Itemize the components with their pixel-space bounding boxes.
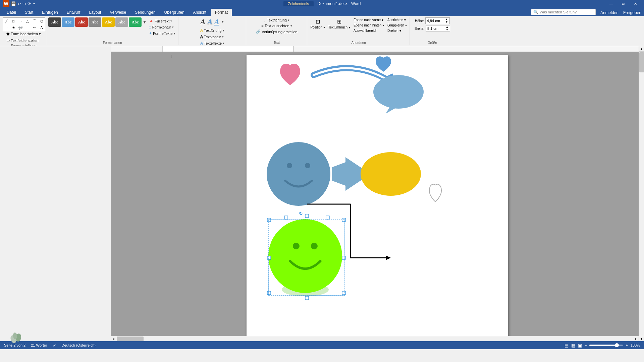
- sel-handle-tc[interactable]: [305, 214, 309, 218]
- share-button[interactable]: Freigeben: [623, 10, 641, 15]
- textfeld-erstellen-btn[interactable]: ▭ Textfeld erstellen: [5, 38, 42, 43]
- connector-arrowhead: [386, 255, 391, 260]
- tool-pen[interactable]: ✏: [31, 24, 38, 31]
- verknuepfung-btn[interactable]: 🔗 Verknüpfung erstellen: [255, 29, 299, 35]
- white-heart-shape[interactable]: [429, 184, 441, 202]
- green-smiley-circle[interactable]: [268, 219, 342, 293]
- quick-access-area: W 💾 ↩ ↪ ⟳ ▼: [3, 0, 36, 7]
- pink-heart-shape[interactable]: [280, 64, 300, 85]
- tab-sendungen[interactable]: Sendungen: [131, 9, 159, 16]
- tab-layout[interactable]: Layout: [85, 9, 105, 16]
- search-input[interactable]: [540, 10, 593, 14]
- tool-callout[interactable]: 💬: [17, 24, 24, 31]
- style-dark[interactable]: Abc: [48, 17, 61, 27]
- texteffekte-btn[interactable]: A Texteffekte ▾: [199, 40, 226, 46]
- wordart-a1[interactable]: A: [201, 17, 206, 26]
- yellow-oval-shape[interactable]: [361, 152, 421, 196]
- wordart-a2[interactable]: A: [207, 17, 212, 26]
- language[interactable]: Deutsch (Österreich): [62, 343, 96, 347]
- sel-handle-ml[interactable]: [267, 256, 271, 259]
- textkontur-btn[interactable]: A Textkontur ▾: [199, 34, 226, 40]
- scroll-up-btn[interactable]: ▲: [639, 46, 644, 52]
- tab-entwurf[interactable]: Entwurf: [63, 9, 85, 16]
- document-page[interactable]: ↻: [247, 55, 508, 340]
- group-text: ↕ Textrichtung ▾ ≡ Text ausrichten ▾ 🔗 V…: [247, 17, 307, 45]
- text-ausrichten-btn[interactable]: ≡ Text ausrichten ▾: [260, 23, 293, 28]
- zoom-in-btn[interactable]: +: [626, 343, 628, 347]
- tab-verweise[interactable]: Verweise: [106, 9, 130, 16]
- height-down[interactable]: ▼: [445, 21, 448, 23]
- drehen-btn[interactable]: Drehen ▾: [386, 28, 408, 33]
- spellcheck-icon[interactable]: ✓: [53, 343, 56, 348]
- style-red[interactable]: Abc: [75, 17, 88, 27]
- tab-format[interactable]: Format: [211, 9, 232, 16]
- minimize-button[interactable]: —: [605, 0, 617, 7]
- blue-heart-shape[interactable]: [376, 56, 391, 72]
- view-layout-icon[interactable]: ▦: [571, 343, 575, 348]
- style-green[interactable]: Abc: [129, 17, 142, 27]
- qat-redo[interactable]: ↪: [22, 1, 26, 6]
- qat-dropdown[interactable]: ▼: [33, 2, 36, 5]
- view-web-icon[interactable]: ▣: [578, 343, 582, 348]
- scroll-right-btn[interactable]: ►: [633, 336, 639, 342]
- ebene-vorne-btn[interactable]: Ebene nach vorne ▾: [352, 17, 385, 22]
- sel-handle-bl[interactable]: [267, 291, 271, 295]
- textfuellung-btn[interactable]: A Textfüllung ▾: [199, 27, 226, 34]
- wordart-expand[interactable]: ▼: [221, 20, 224, 23]
- textrichtung-icon: ↕: [264, 18, 266, 22]
- tool-star[interactable]: ★: [10, 24, 17, 31]
- formkontur-btn[interactable]: □ Formkontur ▾: [148, 24, 177, 30]
- wordart-a3[interactable]: A: [214, 17, 219, 26]
- qat-save[interactable]: 💾: [11, 1, 16, 6]
- zoom-out-btn[interactable]: −: [585, 343, 587, 347]
- zoom-slider[interactable]: [589, 345, 623, 346]
- tool-arrow[interactable]: →: [3, 24, 10, 31]
- tab-einfuegen[interactable]: Einfügen: [38, 9, 62, 16]
- rotate-handle-icon[interactable]: ↻: [299, 211, 303, 216]
- position-btn[interactable]: ⊡ Position ▾: [309, 17, 326, 30]
- tab-ansicht[interactable]: Ansicht: [189, 9, 210, 16]
- scroll-left-btn[interactable]: ◄: [111, 336, 116, 342]
- styles-expand[interactable]: ▼: [142, 17, 147, 27]
- scroll-thumb[interactable]: [639, 52, 644, 72]
- ausrichten-btn[interactable]: Ausrichten ▾: [386, 17, 408, 22]
- speech-bubble-shape[interactable]: [373, 75, 424, 109]
- scroll-hthumb[interactable]: [117, 337, 144, 341]
- elbow-connector[interactable]: [351, 204, 386, 258]
- restore-button[interactable]: ⧉: [617, 0, 629, 7]
- document-area[interactable]: ↻ ▲ ▼ ◄ ► ↓: [111, 46, 644, 341]
- auswahlbereich-btn[interactable]: Auswahlbereich: [352, 28, 385, 33]
- width-down[interactable]: ▼: [446, 28, 448, 31]
- blue-smiley-circle[interactable]: [267, 142, 330, 206]
- sel-handle-tl[interactable]: [267, 218, 271, 222]
- tool-text[interactable]: A: [38, 24, 45, 31]
- sel-handle-tr-m[interactable]: [326, 216, 329, 219]
- textumbruch-btn[interactable]: ⊞ Textumbruch ▾: [327, 17, 352, 30]
- main-area: ↻ ▲ ▼ ◄ ► ↓: [0, 46, 644, 341]
- textrichtung-btn[interactable]: ↕ Textrichtung ▾: [263, 17, 291, 23]
- sel-handle-bm[interactable]: [305, 296, 309, 300]
- tool-eq[interactable]: =: [24, 24, 31, 31]
- style-blue[interactable]: Abc: [62, 17, 74, 27]
- qat-refresh[interactable]: ⟳: [28, 1, 31, 6]
- fuelleffekt-btn[interactable]: 🔺 Fülleffekt ▾: [148, 18, 177, 24]
- scrollbar-bottom[interactable]: ◄ ►: [111, 336, 639, 341]
- close-button[interactable]: ✕: [629, 0, 641, 7]
- style-light[interactable]: Abc: [115, 17, 128, 27]
- scroll-down-btn[interactable]: ▼: [639, 336, 644, 341]
- ebene-hinten-btn[interactable]: Ebene nach hinten ▾: [352, 23, 385, 28]
- kontur-icon: □: [149, 25, 151, 29]
- qat-undo[interactable]: ↩: [17, 1, 21, 6]
- gruppieren-btn[interactable]: Gruppieren ▾: [386, 23, 408, 28]
- form-bearbeiten-btn[interactable]: ⬟ Form bearbeiten ▾: [5, 31, 42, 37]
- tab-datei[interactable]: Datei: [3, 9, 20, 16]
- tab-start[interactable]: Start: [21, 9, 37, 16]
- tab-ueberpruefen[interactable]: Überprüfen: [160, 9, 189, 16]
- formeffekte-btn[interactable]: ✦ Formeffekte ▾: [148, 31, 177, 36]
- sel-handle-tm[interactable]: [284, 216, 288, 219]
- view-normal-icon[interactable]: ▤: [565, 343, 569, 348]
- style-gray[interactable]: Abc: [89, 17, 101, 27]
- style-yellow[interactable]: Abc: [102, 17, 115, 27]
- scrollbar-right[interactable]: ▲ ▼: [639, 46, 644, 341]
- user-signin[interactable]: Anmelden: [600, 10, 619, 15]
